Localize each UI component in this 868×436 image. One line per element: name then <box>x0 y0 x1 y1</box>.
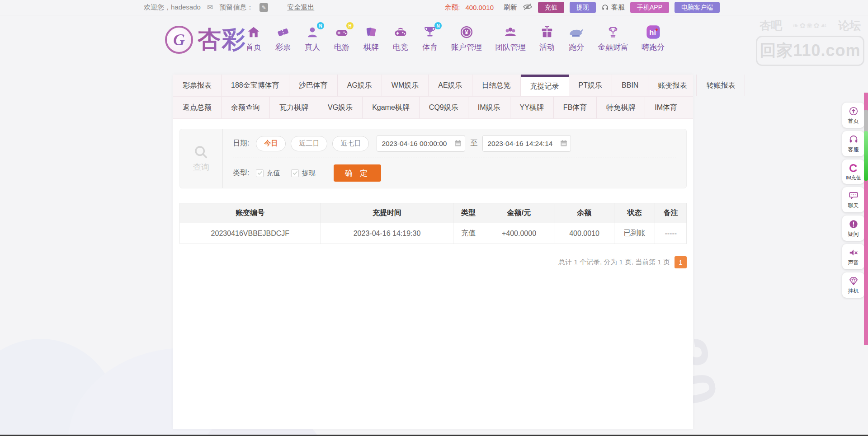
table-header-row: 账变编号 充提时间 类型 金额/元 余额 状态 备注 <box>180 203 687 223</box>
col-remark: 备注 <box>655 203 687 223</box>
new-badge: N <box>317 22 324 29</box>
nav-item-home[interactable]: 首页 <box>245 24 262 52</box>
yen-coin-icon: ¥ <box>458 24 475 40</box>
new-badge: N <box>434 22 442 29</box>
tab-188-jinbaobo[interactable]: 188金宝博体育 <box>222 75 289 96</box>
nav-item-lottery[interactable]: 彩票 <box>275 24 291 52</box>
tab-ag-yule[interactable]: AG娱乐 <box>338 75 382 96</box>
preset-today-button[interactable]: 今日 <box>256 136 286 151</box>
tab-kgame-qipai[interactable]: Kgame棋牌 <box>363 97 420 118</box>
mute-speaker-icon <box>849 248 859 258</box>
tab-wm-yule[interactable]: WM娱乐 <box>382 75 429 96</box>
side-item-idle[interactable]: 挂机 <box>842 272 864 298</box>
tab-vg-yule[interactable]: VG娱乐 <box>318 97 363 118</box>
nav-item-haipaofen[interactable]: hi 嗨跑分 <box>642 24 665 52</box>
balance-value: 400.0010 <box>465 4 494 11</box>
recharge-button[interactable]: 充值 <box>538 2 564 13</box>
cell-time: 2023-04-16 14:19:30 <box>321 223 453 244</box>
page-1-button[interactable]: 1 <box>675 256 687 268</box>
tab-fandian-zonge[interactable]: 返点总额 <box>173 97 222 118</box>
logo-emblem-icon: G <box>165 26 193 54</box>
tab-cq9-yule[interactable]: CQ9娱乐 <box>420 97 468 118</box>
side-item-chat[interactable]: 聊天 <box>842 187 864 212</box>
nav-item-esports[interactable]: 电竞 <box>392 24 409 52</box>
cell-account-change-id: 20230416VBBEJBDCJF <box>180 223 321 244</box>
nav-item-account[interactable]: ¥ 账户管理 <box>451 24 482 52</box>
watermark-left: 杏吧 <box>760 18 782 33</box>
mail-icon[interactable]: ✉ <box>207 3 213 12</box>
side-item-service[interactable]: 客服 <box>842 131 864 156</box>
scrollbar-thumb-secondary[interactable] <box>864 110 868 133</box>
tab-wali-qipai[interactable]: 瓦力棋牌 <box>270 97 318 118</box>
pagination-summary: 总计 1 个记录, 分为 1 页, 当前第 1 页 <box>558 258 670 267</box>
side-item-sound[interactable]: 声音 <box>842 244 864 269</box>
tab-bbin[interactable]: BBIN <box>612 75 648 96</box>
calendar-icon[interactable] <box>560 139 568 147</box>
date-to-input[interactable] <box>482 135 571 152</box>
refresh-button[interactable]: 刷新 <box>504 3 517 12</box>
filter-box: 查询 日期: 今日 近三日 近七日 至 <box>179 129 687 188</box>
tab-ae-yule[interactable]: AE娱乐 <box>429 75 472 96</box>
tabs-row-1: 彩票报表 188金宝博体育 沙巴体育 AG娱乐 WM娱乐 AE娱乐 日结总览 充… <box>173 75 693 97</box>
team-people-icon <box>502 24 519 40</box>
tab-yy-qipai[interactable]: YY棋牌 <box>510 97 554 118</box>
scrollbar-thumb[interactable] <box>864 131 868 181</box>
table-row: 20230416VBBEJBDCJF 2023-04-16 14:19:30 充… <box>180 223 687 244</box>
preset-7days-button[interactable]: 近七日 <box>332 136 369 151</box>
welcome-text: 欢迎您，hadesado <box>144 3 201 12</box>
side-item-home[interactable]: 首页 <box>842 103 864 128</box>
logout-link[interactable]: 安全退出 <box>287 3 314 12</box>
checkbox-withdraw[interactable]: 提现 <box>291 169 315 178</box>
eye-off-icon[interactable] <box>523 3 533 12</box>
nav-item-live[interactable]: N 真人 <box>304 24 321 52</box>
live-dealer-icon: N <box>304 24 321 40</box>
tab-shaba-tiyu[interactable]: 沙巴体育 <box>289 75 338 96</box>
tab-pt-yule[interactable]: PT娱乐 <box>569 75 612 96</box>
cell-remark: ----- <box>655 223 687 244</box>
forum-watermark: 杏吧 ❧✿❀✿☙ 论坛 回家110.com <box>756 18 864 66</box>
preset-3days-button[interactable]: 近三日 <box>291 136 327 151</box>
tab-zhangbian-baobiao[interactable]: 账变报表 <box>648 75 697 96</box>
mobile-app-button[interactable]: 手机APP <box>630 2 669 13</box>
tab-im-tiyu[interactable]: IM体育 <box>645 97 687 118</box>
nav-item-cards[interactable]: 棋牌 <box>363 24 379 52</box>
nav-item-sports[interactable]: N 体育 <box>422 24 438 52</box>
scrollbar-track[interactable] <box>864 93 868 345</box>
col-time: 充提时间 <box>321 203 453 223</box>
side-item-question[interactable]: 疑问 <box>842 216 864 241</box>
edit-icon[interactable]: ✎ <box>259 3 268 12</box>
col-account-change-id: 账变编号 <box>180 203 321 223</box>
nav-item-paofen[interactable]: 跑分 <box>568 24 585 52</box>
checkbox-icon <box>256 169 264 177</box>
pc-client-button[interactable]: 电脑客户端 <box>675 2 720 13</box>
nav-item-promotions[interactable]: 活动 <box>539 24 555 52</box>
col-amount: 金额/元 <box>483 203 555 223</box>
date-from-input[interactable] <box>377 135 465 152</box>
cell-status: 已到账 <box>614 223 655 244</box>
site-logo[interactable]: G 杏彩 <box>165 24 246 56</box>
nav-item-jinding[interactable]: 金鼎财富 <box>598 24 628 52</box>
withdraw-button[interactable]: 提现 <box>570 2 596 13</box>
tab-im-yule[interactable]: IM娱乐 <box>468 97 510 118</box>
tabs-row-2: 返点总额 余额查询 瓦力棋牌 VG娱乐 Kgame棋牌 CQ9娱乐 IM娱乐 Y… <box>173 97 693 119</box>
tab-fb-tiyu[interactable]: FB体育 <box>554 97 597 118</box>
side-item-im-recharge[interactable]: IM充值 <box>842 159 864 184</box>
checkbox-recharge[interactable]: 充值 <box>256 169 280 178</box>
customer-service-link[interactable]: 客服 <box>601 3 625 12</box>
tab-chongti-jilu-active[interactable]: 充提记录 <box>521 75 569 96</box>
tab-caipiao-baobiao[interactable]: 彩票报表 <box>173 75 222 96</box>
main-nav: 首页 彩票 N 真人 H 电游 <box>245 24 665 52</box>
tab-zhuanzhang-baobiao[interactable]: 转账报表 <box>697 75 745 96</box>
col-type: 类型 <box>453 203 483 223</box>
nav-item-team[interactable]: 团队管理 <box>495 24 526 52</box>
search-icon <box>193 145 209 160</box>
tab-temian-qipai[interactable]: 特免棋牌 <box>597 97 645 118</box>
watermark-flourish: ❧✿❀✿☙ <box>782 21 838 30</box>
tab-yue-chaxun[interactable]: 余额查询 <box>222 97 270 118</box>
tab-rijie-zonglan[interactable]: 日结总览 <box>472 75 521 96</box>
headset-icon <box>601 4 609 11</box>
confirm-button[interactable]: 确 定 <box>334 164 381 182</box>
nav-item-egame[interactable]: H 电游 <box>334 24 350 52</box>
chat-bubble-icon <box>849 191 859 201</box>
calendar-icon[interactable] <box>454 139 462 147</box>
